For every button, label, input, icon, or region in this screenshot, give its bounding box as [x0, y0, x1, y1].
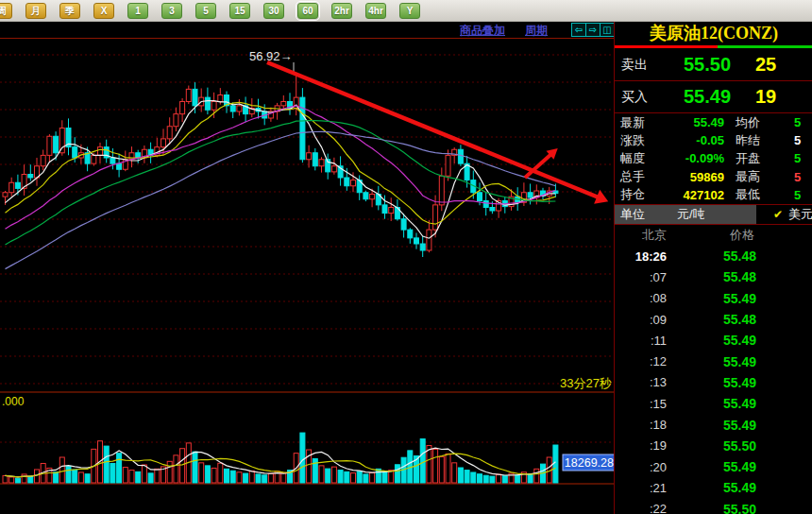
volume-bar	[465, 471, 469, 483]
volume-bar	[351, 473, 356, 483]
candle-body	[401, 219, 406, 230]
candle-body	[351, 180, 356, 186]
chart-header-strip: 商品叠加 周期 ⇦ ⇨ ◫	[0, 21, 614, 38]
tick-time: :11	[615, 334, 667, 348]
candle-body	[193, 89, 197, 106]
volume-bar	[256, 474, 261, 483]
candle-body	[345, 178, 349, 186]
unit-selector-usd[interactable]: 美元	[788, 205, 812, 224]
volume-bar	[458, 468, 463, 483]
candle-body	[478, 193, 482, 201]
volume-bar	[205, 466, 210, 483]
tick-price: 55.49	[667, 418, 812, 433]
candle-body	[117, 163, 122, 169]
bid-label: 买入	[615, 89, 668, 106]
timeframe-button-周[interactable]: 周	[0, 3, 12, 19]
tick-row: :0955.48	[615, 309, 812, 330]
volume-bar	[78, 472, 83, 483]
timeframe-button-Y[interactable]: Y	[399, 3, 420, 19]
volume-scale-label: .000	[2, 395, 25, 408]
tick-price: 55.48	[667, 269, 812, 284]
tick-time: :22	[615, 502, 667, 514]
volume-bar	[452, 463, 457, 483]
stat-value: -0.09%	[664, 151, 724, 165]
tick-row: :0755.48	[615, 266, 812, 287]
timeframe-button-月[interactable]: 月	[25, 3, 46, 19]
timeframe-button-X[interactable]: X	[93, 3, 114, 19]
tick-price: 55.49	[667, 396, 812, 411]
tick-row: :2155.49	[615, 477, 812, 498]
tick-price: 55.49	[667, 459, 812, 474]
volume-bar	[211, 468, 216, 483]
timeframe-button-60[interactable]: 60	[297, 3, 318, 19]
volume-bar	[199, 463, 204, 483]
tick-price: 55.48	[667, 248, 812, 264]
period-link[interactable]: 周期	[525, 23, 548, 39]
volume-bar	[268, 473, 273, 483]
volume-bar	[73, 470, 77, 483]
ask-size: 25	[746, 54, 776, 76]
stat-value: 5	[794, 151, 801, 165]
timeframe-button-3[interactable]: 3	[161, 3, 182, 19]
volume-bar	[225, 469, 229, 483]
candle-body	[490, 208, 495, 212]
volume-bar	[155, 469, 160, 483]
tick-time: :07	[615, 270, 667, 284]
volume-bar	[319, 466, 324, 483]
split-window-icon[interactable]: ◫	[600, 23, 615, 37]
unit-label: 单位	[615, 206, 645, 223]
candle-body	[439, 176, 444, 205]
timeframe-button-30[interactable]: 30	[263, 3, 284, 19]
timeframe-button-4hr[interactable]: 4hr	[365, 3, 386, 19]
stat-label: 持仓	[615, 186, 664, 203]
tick-price: 55.49	[667, 375, 812, 390]
candle-body	[3, 193, 8, 197]
back-arrow-icon[interactable]: ⇦	[571, 23, 586, 37]
price-volume-chart[interactable]: 56.92→33分27秒.00018269.28	[0, 0, 614, 514]
chart-top-border	[0, 38, 614, 39]
timeframe-button-1[interactable]: 1	[127, 3, 148, 19]
volume-bar	[528, 473, 533, 483]
candle-body	[408, 230, 413, 238]
forward-arrow-icon[interactable]: ⇨	[585, 23, 601, 37]
volume-bar	[193, 452, 197, 483]
trading-app-window: 周月季X1351530602hr4hrY 商品叠加 周期 ⇦ ⇨ ◫ 56.92…	[0, 0, 812, 514]
candle-body	[28, 175, 33, 179]
volume-bar	[123, 468, 127, 483]
tick-price: 55.50	[667, 502, 812, 514]
ask-row: 卖出 55.50 25	[615, 49, 812, 80]
candle-body	[458, 149, 463, 163]
overlay-link[interactable]: 商品叠加	[460, 23, 505, 39]
candle-body	[9, 182, 14, 193]
tick-row: :2255.50	[615, 499, 812, 514]
tick-row: :1255.49	[615, 351, 812, 371]
timeframe-button-2hr[interactable]: 2hr	[331, 3, 352, 19]
volume-bar	[478, 474, 482, 483]
volume-bar	[313, 459, 317, 483]
stat-value: 5	[794, 133, 801, 147]
stat-label: 总手	[615, 168, 664, 185]
timeframe-button-季[interactable]: 季	[59, 3, 80, 19]
volume-bar	[483, 475, 488, 483]
tick-time: :15	[615, 397, 667, 411]
candle-body	[446, 155, 450, 176]
stat-row: 持仓427102最低5	[615, 186, 812, 204]
stat-row: 幅度-0.09%开盘5	[615, 149, 812, 167]
candle-body	[167, 127, 172, 139]
tick-price-header: 价格	[667, 227, 812, 244]
tick-price: 55.49	[667, 354, 812, 369]
timeframe-button-5[interactable]: 5	[195, 3, 216, 19]
candle-body	[420, 244, 425, 250]
tick-row: :1155.49	[615, 330, 812, 351]
volume-bar	[244, 473, 248, 483]
tick-list-header: 北京 价格	[615, 225, 812, 245]
timeframe-button-15[interactable]: 15	[229, 3, 250, 19]
candle-body	[161, 139, 166, 147]
unit-selector-cny[interactable]: 单位 元/吨	[615, 205, 756, 224]
stat-value: 427102	[664, 188, 724, 202]
bid-price: 55.49	[668, 86, 746, 108]
volume-bar	[502, 476, 507, 483]
candle-body	[528, 193, 533, 197]
tick-row: :1355.49	[615, 372, 812, 393]
volume-bar	[364, 474, 368, 483]
